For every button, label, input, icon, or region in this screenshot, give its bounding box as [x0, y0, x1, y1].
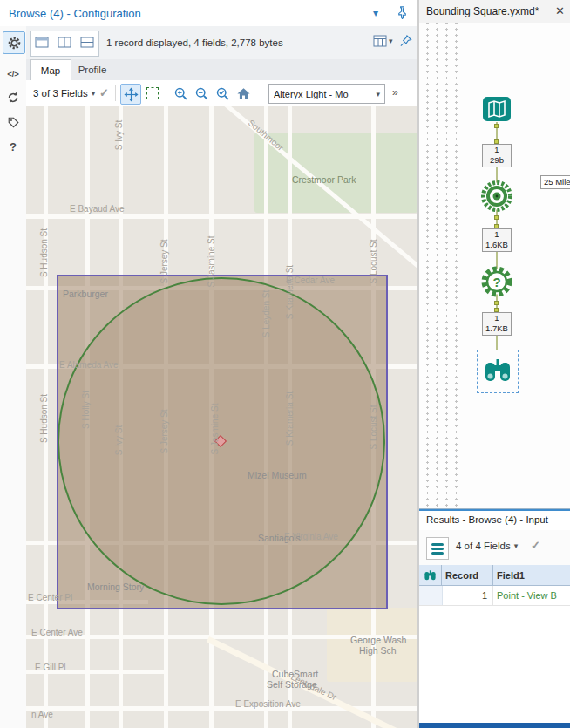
tab-map[interactable]: Map	[30, 59, 71, 80]
tab-profile[interactable]: Profile	[70, 59, 115, 79]
record-number-cell[interactable]: 1	[442, 586, 492, 606]
poi-label: Parkburger	[63, 289, 108, 299]
alteryx-designer-window: Browse (4) - Configuration ▾ </> ?	[0, 0, 570, 728]
results-column-icon-header[interactable]	[419, 565, 442, 586]
data-size: 1.6KB	[483, 240, 511, 250]
zoom-to-selection-button[interactable]	[213, 84, 232, 103]
select-marquee-button[interactable]	[143, 84, 162, 103]
street-label: S Krameria St	[285, 391, 295, 446]
results-toolbar: 4 of 4 Fields ▾ ✓	[419, 530, 570, 566]
street-label: S Jersey St	[159, 239, 169, 283]
fields-dropdown[interactable]: 3 of 3 Fields ▾	[33, 85, 95, 102]
spatial-value-cell[interactable]: Point - View B	[492, 586, 570, 606]
layout-split-vertical-icon[interactable]	[58, 37, 71, 51]
zoom-out-button[interactable]	[192, 84, 211, 103]
street-label: S Jersey St	[159, 409, 169, 453]
tool-map-input[interactable]	[482, 96, 512, 125]
street-label: S Holly St	[81, 391, 91, 429]
tool-spatial-process[interactable]: ?	[479, 264, 514, 302]
results-panel: Results - Browse (4) - Input 4 of 4 Fiel…	[419, 508, 570, 728]
poi-label: Morning Story	[87, 582, 144, 592]
results-bottom-bar	[419, 723, 570, 728]
workflow-tab-title: Bounding Square.yxmd*	[426, 5, 539, 17]
street-label: E Gill Pl	[35, 663, 66, 672]
street-label: S Krameria St	[285, 265, 295, 319]
connection-progress-2[interactable]: 1 1.6KB	[482, 228, 512, 252]
layout-switcher-group	[30, 31, 99, 57]
chevron-down-icon: ▾	[389, 37, 393, 45]
tab-profile-label: Profile	[78, 65, 107, 75]
results-column-field1[interactable]: Field1	[492, 565, 570, 586]
configuration-sidebar: </> ?	[0, 26, 27, 728]
poi-label: CubeSmart	[272, 669, 318, 679]
home-extent-button[interactable]	[234, 84, 253, 103]
record-count: 1	[483, 145, 511, 155]
basemap-dropdown[interactable]: Alteryx Light - Mo ▾	[268, 84, 385, 104]
toolbar-overflow-chevrons[interactable]: »	[392, 86, 398, 99]
panel-collapse-chevron-icon[interactable]: ▾	[373, 7, 378, 19]
svg-text:?: ?	[492, 275, 500, 289]
poi-label: Mizel Museum	[248, 470, 307, 480]
workflow-canvas[interactable]: 1 29b 25 Miles 1 1.6KB ? 1	[419, 23, 570, 508]
layout-split-horizontal-icon[interactable]	[80, 37, 94, 51]
street-label: E Center Ave	[31, 628, 83, 637]
results-fields-dropdown[interactable]: 4 of 4 Fields ▾	[456, 541, 518, 551]
layout-single-icon[interactable]	[35, 37, 49, 51]
street-label: S Ivy St	[114, 120, 124, 150]
poi-label: Santiago's	[258, 533, 301, 543]
poi-label: Self Storage	[267, 679, 317, 690]
trade-area-annotation[interactable]: 25 Miles	[540, 175, 570, 189]
settings-gear-icon[interactable]	[3, 31, 25, 54]
help-icon[interactable]: ?	[3, 136, 24, 157]
street-label: E Exposition Ave	[235, 699, 301, 709]
open-in-window-button[interactable]: ▾	[373, 35, 393, 47]
street-label: S Hudson St	[39, 228, 49, 277]
record-count: 1	[483, 229, 511, 240]
close-icon[interactable]: ✕	[555, 4, 565, 17]
configuration-panel-header: Browse (4) - Configuration ▾	[0, 0, 417, 27]
map-toolbar: 3 of 3 Fields ▾ ✓ Alteryx Light - Mo ▾ »	[26, 80, 417, 107]
street-label: n Ave	[31, 710, 53, 719]
chevron-down-icon: ▾	[92, 89, 96, 98]
tool-trade-area[interactable]	[479, 179, 514, 216]
tool-browse[interactable]	[483, 357, 512, 387]
pan-tool-button[interactable]	[120, 84, 141, 105]
browse-view-tabs: Map Profile	[26, 59, 417, 81]
connection-anchor-dot	[494, 124, 499, 128]
street-label: S Hudson St	[39, 394, 49, 443]
spatial-object-link[interactable]: Point - View B	[493, 590, 557, 601]
record-count: 1	[483, 313, 511, 323]
zoom-in-button[interactable]	[171, 84, 190, 103]
binoculars-icon	[424, 569, 437, 582]
toolbar-separator	[166, 85, 166, 101]
workflow-tab[interactable]: Bounding Square.yxmd* ✕	[419, 0, 570, 24]
map-canvas[interactable]: S Hudson St S Hudson St S Holly St S Ivy…	[26, 106, 417, 728]
toolbar-pin-icon[interactable]	[399, 34, 412, 51]
connection-progress-1[interactable]: 1 29b	[482, 144, 512, 167]
record-number: 1	[442, 590, 492, 601]
panel-pin-icon[interactable]	[396, 5, 409, 22]
refresh-icon[interactable]	[3, 87, 24, 108]
results-check-icon[interactable]: ✓	[531, 539, 540, 552]
street-label: S Leyden St	[261, 290, 271, 337]
basemap-dropdown-label: Alteryx Light - Mo	[274, 89, 349, 99]
record-status-text: 1 record displayed, 4 fields, 2,778 byte…	[106, 37, 283, 48]
results-column-record[interactable]: Record	[442, 565, 492, 586]
data-view-icon[interactable]	[426, 537, 449, 560]
canvas-grid-dots	[419, 23, 461, 508]
apply-check-icon[interactable]: ✓	[99, 86, 109, 99]
connection-progress-3[interactable]: 1 1.7KB	[482, 312, 512, 336]
tab-map-label: Map	[41, 65, 60, 76]
chevron-down-icon: ▾	[376, 90, 380, 99]
column-header-label: Field1	[493, 565, 528, 585]
street-label: E Center Pl	[28, 593, 72, 602]
results-panel-title: Results - Browse (4) - Input	[426, 514, 548, 525]
connection-anchor-dot	[494, 215, 499, 220]
street-label: S Jasmine St	[210, 404, 220, 455]
tag-icon[interactable]	[3, 112, 24, 133]
data-size: 1.7KB	[483, 323, 511, 334]
street-label: E Cedar Ave	[286, 276, 335, 285]
fields-dropdown-label: 3 of 3 Fields	[33, 88, 88, 99]
xml-code-icon[interactable]: </>	[3, 63, 24, 84]
tool-selection-box	[477, 350, 519, 393]
